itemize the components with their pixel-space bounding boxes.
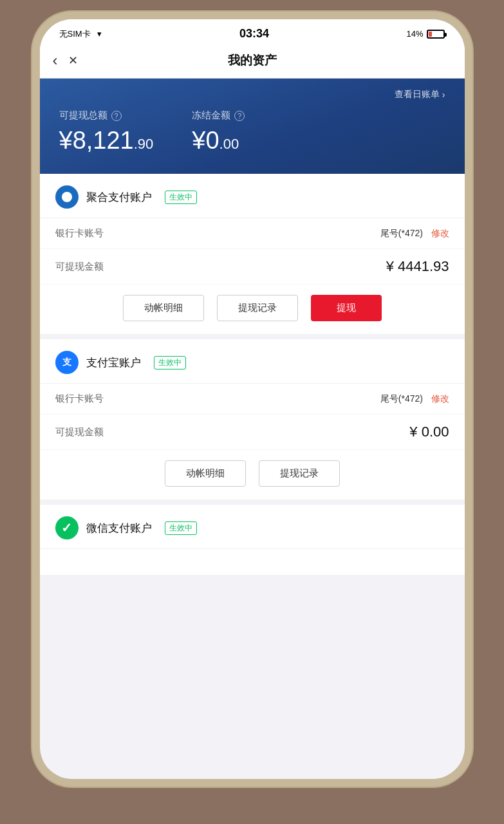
juhe-actions: 动帐明细 提现记录 提现 xyxy=(40,285,465,334)
withdrawable-help-icon[interactable]: ? xyxy=(111,111,122,121)
phone-wrapper: 无SIM卡 ▾ 03:34 14% ‹ ✕ 我的资产 查看日账单 xyxy=(0,0,504,824)
juhe-bank-row: 银行卡账号 尾号(*472) 修改 xyxy=(40,218,465,249)
blue-header: 查看日账单 › 可提现总额 ? ¥8,121.90 冻结金额 xyxy=(40,79,465,174)
nav-back-area[interactable]: ‹ ✕ xyxy=(53,52,78,70)
phone-screen: 无SIM卡 ▾ 03:34 14% ‹ ✕ 我的资产 查看日账单 xyxy=(40,19,465,779)
juhe-detail-button[interactable]: 动帐明细 xyxy=(123,295,204,321)
juhe-withdraw-button[interactable]: 提现 xyxy=(311,295,382,321)
wechat-account-name: 微信支付账户 xyxy=(86,521,152,536)
alipay-account-card: 支 支付宝账户 生效中 银行卡账号 尾号(*472) 修改 可提现金额 ¥ 0.… xyxy=(40,339,465,505)
frozen-amount: ¥0.00 xyxy=(192,127,245,154)
juhe-amount-label: 可提现金额 xyxy=(55,261,104,273)
alipay-status-badge: 生效中 xyxy=(154,356,186,370)
alipay-bank-label: 银行卡账号 xyxy=(55,393,104,405)
time-display: 03:34 xyxy=(239,27,269,41)
alipay-bank-row: 银行卡账号 尾号(*472) 修改 xyxy=(40,384,465,415)
view-bill-link[interactable]: 查看日账单 › xyxy=(395,89,445,100)
wechat-account-card: ✓ 微信支付账户 生效中 xyxy=(40,505,465,575)
back-button[interactable]: ‹ xyxy=(53,52,58,70)
juhe-amount-value: ¥ 4441.93 xyxy=(386,258,449,275)
battery-fill xyxy=(429,32,432,37)
alipay-account-name: 支付宝账户 xyxy=(86,355,141,370)
chevron-right-icon: › xyxy=(442,89,445,100)
juhe-record-button[interactable]: 提现记录 xyxy=(217,295,298,321)
carrier-text: 无SIM卡 ▾ xyxy=(59,28,102,40)
alipay-modify-link[interactable]: 修改 xyxy=(431,393,449,404)
juhe-account-icon xyxy=(55,185,79,209)
juhe-bank-label: 银行卡账号 xyxy=(55,227,104,239)
alipay-account-header: 支 支付宝账户 生效中 xyxy=(40,339,465,384)
page-title: 我的资产 xyxy=(228,52,277,69)
alipay-amount-row: 可提现金额 ¥ 0.00 xyxy=(40,415,465,450)
alipay-actions: 动帐明细 提现记录 xyxy=(40,450,465,500)
alipay-amount-value: ¥ 0.00 xyxy=(409,424,449,440)
juhe-bank-info: 尾号(*472) 修改 xyxy=(380,227,449,239)
frozen-label: 冻结金额 ? xyxy=(192,109,245,122)
juhe-status-badge: 生效中 xyxy=(165,191,197,204)
alipay-record-button[interactable]: 提现记录 xyxy=(259,460,340,487)
nav-bar: ‹ ✕ 我的资产 xyxy=(40,46,465,79)
wechat-account-icon: ✓ xyxy=(55,516,79,539)
wechat-account-header: ✓ 微信支付账户 生效中 xyxy=(40,505,465,549)
wechat-status-badge: 生效中 xyxy=(165,521,197,535)
wifi-icon: ▾ xyxy=(97,29,102,39)
juhe-amount-row: 可提现金额 ¥ 4441.93 xyxy=(40,249,465,285)
withdrawable-amount: ¥8,121.90 xyxy=(59,127,154,154)
view-bill-area: 查看日账单 › xyxy=(59,89,445,100)
battery-area: 14% xyxy=(406,29,445,39)
close-button[interactable]: ✕ xyxy=(68,53,78,68)
alipay-bank-info: 尾号(*472) 修改 xyxy=(380,393,449,405)
alipay-account-icon: 支 xyxy=(55,351,79,374)
alipay-detail-button[interactable]: 动帐明细 xyxy=(165,460,246,487)
juhe-account-header: 聚合支付账户 生效中 xyxy=(40,174,465,218)
withdrawable-label: 可提现总额 ? xyxy=(59,109,154,122)
frozen-block: 冻结金额 ? ¥0.00 xyxy=(192,109,245,154)
alipay-amount-label: 可提现金额 xyxy=(55,426,104,438)
content-section: 聚合支付账户 生效中 银行卡账号 尾号(*472) 修改 可提现金额 ¥ 444… xyxy=(40,174,465,575)
battery-icon xyxy=(427,30,445,39)
frozen-help-icon[interactable]: ? xyxy=(234,111,245,121)
juhe-account-card: 聚合支付账户 生效中 银行卡账号 尾号(*472) 修改 可提现金额 ¥ 444… xyxy=(40,174,465,339)
juhe-modify-link[interactable]: 修改 xyxy=(431,228,449,238)
juhe-account-name: 聚合支付账户 xyxy=(86,190,152,205)
battery-percent: 14% xyxy=(406,29,423,39)
amounts-row: 可提现总额 ? ¥8,121.90 冻结金额 ? ¥0.00 xyxy=(59,109,445,154)
withdrawable-block: 可提现总额 ? ¥8,121.90 xyxy=(59,109,154,154)
status-bar: 无SIM卡 ▾ 03:34 14% xyxy=(40,19,465,46)
